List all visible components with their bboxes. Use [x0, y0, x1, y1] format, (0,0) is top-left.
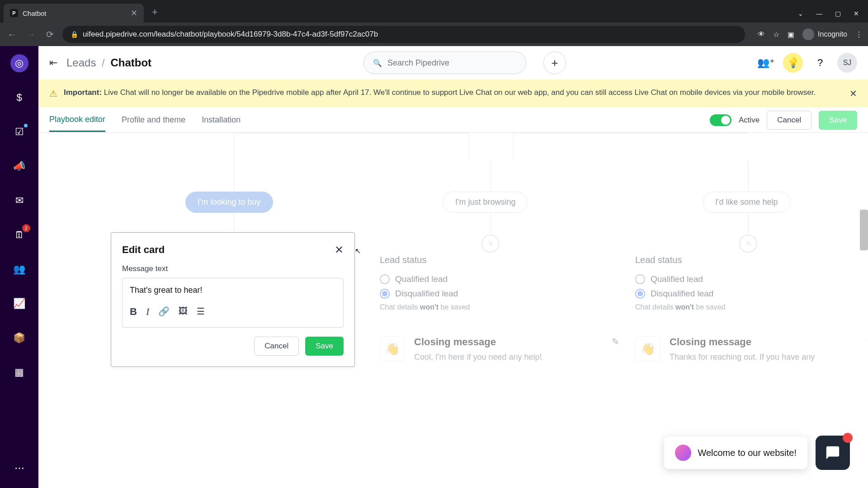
- browser-tab[interactable]: P Chatbot ✕: [4, 4, 144, 23]
- incognito-label: Incognito: [818, 30, 847, 38]
- reload-button[interactable]: ⟳: [43, 29, 56, 40]
- closing-title: Closing message: [670, 336, 858, 348]
- close-window-icon[interactable]: ✕: [854, 10, 859, 17]
- radio-icon: [635, 274, 645, 284]
- tab-installation[interactable]: Installation: [202, 109, 241, 131]
- sidebar-deals-icon[interactable]: $: [10, 89, 28, 107]
- banner-close-icon[interactable]: ✕: [849, 87, 857, 100]
- topbar-right: 👥⁺ 💡 ? SJ: [756, 53, 857, 73]
- closing-message-card[interactable]: 👋 Closing message Cool, I'm here if you …: [380, 336, 619, 362]
- incognito-eye-icon[interactable]: 👁: [758, 30, 765, 38]
- bookmark-star-icon[interactable]: ☆: [773, 30, 779, 39]
- sidebar-activities-icon[interactable]: 🗓2: [10, 226, 28, 244]
- active-toggle[interactable]: [710, 114, 731, 126]
- notification-dot: [24, 124, 28, 127]
- edit-card-title: Edit card: [122, 244, 165, 256]
- italic-icon[interactable]: I: [146, 306, 149, 318]
- message-text-value: That's great to hear!: [130, 286, 336, 295]
- chat-launcher-button[interactable]: [816, 436, 850, 470]
- insights-bulb-icon[interactable]: 💡: [783, 53, 803, 73]
- lead-status-card: Lead status Qualified lead Disqualified …: [635, 255, 868, 311]
- edit-cancel-button[interactable]: Cancel: [254, 337, 299, 356]
- banner-body: Live Chat will no longer be available on…: [102, 88, 816, 97]
- sidebar-products-icon[interactable]: 📦: [10, 329, 28, 347]
- sidebar-mail-icon[interactable]: ✉: [10, 192, 28, 210]
- chat-avatar: [675, 445, 691, 461]
- edit-save-button[interactable]: Save: [305, 337, 344, 356]
- close-icon[interactable]: ✕: [335, 244, 344, 256]
- disqualified-radio-row[interactable]: Disqualified lead: [635, 289, 868, 299]
- sidebar-more-icon[interactable]: ⋯: [10, 459, 28, 477]
- image-icon[interactable]: 🖼: [179, 306, 188, 318]
- closing-text: Cool, I'm here if you need any help!: [414, 352, 603, 362]
- invite-users-icon[interactable]: 👥⁺: [756, 53, 776, 73]
- minimize-icon[interactable]: —: [816, 10, 822, 17]
- chat-welcome-bubble[interactable]: Welcome to our website!: [664, 436, 807, 469]
- bold-icon[interactable]: B: [130, 306, 137, 318]
- sidebar-marketplace-icon[interactable]: ▦: [10, 363, 28, 381]
- link-icon[interactable]: 🔗: [158, 306, 170, 318]
- qualified-radio-row[interactable]: Qualified lead: [380, 274, 619, 284]
- playbook-canvas[interactable]: I'm looking to buy I'm just browsing I'd…: [38, 133, 868, 488]
- radio-icon: [380, 289, 390, 299]
- cancel-playbook-button[interactable]: Cancel: [767, 111, 811, 130]
- lock-icon: 🔒: [71, 31, 78, 38]
- sidebar-projects-icon[interactable]: ☑: [10, 123, 28, 141]
- wave-icon: 👋: [635, 336, 660, 361]
- option-pill-help[interactable]: I'd like some help: [703, 192, 790, 213]
- option-pill-buy[interactable]: I'm looking to buy: [185, 192, 273, 213]
- search-input[interactable]: [387, 58, 517, 68]
- new-tab-button[interactable]: +: [152, 6, 158, 18]
- radio-icon: [635, 289, 645, 299]
- tab-bar-right: Active Cancel Save: [710, 111, 857, 130]
- maximize-icon[interactable]: ▢: [835, 10, 841, 17]
- message-text-editor[interactable]: That's great to hear! B I 🔗 🖼 ☰: [122, 278, 344, 328]
- left-sidebar: ◎ $ ☑ 📣 ✉ 🗓2 👥 📈 📦 ▦ ⋯: [0, 46, 38, 488]
- back-button[interactable]: ←: [5, 29, 18, 40]
- browser-tabstrip: P Chatbot ✕ + ⌄ — ▢ ✕: [0, 0, 868, 23]
- address-bar[interactable]: 🔒 uifeed.pipedrive.com/leads/chatbot/pla…: [62, 26, 745, 43]
- delete-node-icon[interactable]: ✕: [739, 235, 757, 253]
- disqualified-radio-row[interactable]: Disqualified lead: [380, 289, 619, 299]
- option-pill-browse[interactable]: I'm just browsing: [443, 192, 528, 213]
- message-text-label: Message text: [122, 264, 344, 273]
- help-icon[interactable]: ?: [810, 53, 830, 73]
- delete-node-icon[interactable]: ✕: [481, 235, 500, 253]
- incognito-icon: [802, 28, 814, 40]
- closing-message-card[interactable]: 👋 Closing message Thanks for reaching ou…: [635, 336, 868, 362]
- tab-title: Chatbot: [23, 9, 126, 17]
- breadcrumb: Leads / Chatbot: [66, 56, 151, 69]
- user-avatar[interactable]: SJ: [837, 53, 857, 73]
- qualified-label: Qualified lead: [651, 274, 703, 284]
- chat-widget: Welcome to our website!: [664, 436, 850, 470]
- browser-menu-icon[interactable]: ⋮: [855, 30, 863, 39]
- chevron-down-icon[interactable]: ⌄: [798, 10, 803, 17]
- window-controls: ⌄ — ▢ ✕: [798, 10, 868, 23]
- sidebar-insights-icon[interactable]: 📈: [10, 295, 28, 313]
- extensions-icon[interactable]: ▣: [788, 30, 794, 39]
- wave-icon: 👋: [380, 336, 405, 361]
- incognito-badge: Incognito: [802, 28, 847, 40]
- scrollbar-thumb[interactable]: [860, 210, 868, 250]
- main-panel: ⇤ Leads / Chatbot 🔍 + 👥⁺ 💡 ? SJ ⚠ Import…: [38, 46, 868, 488]
- forward-button[interactable]: →: [24, 29, 37, 40]
- lead-status-title: Lead status: [380, 255, 619, 265]
- save-playbook-button[interactable]: Save: [819, 111, 857, 130]
- tab-profile-theme[interactable]: Profile and theme: [122, 109, 185, 131]
- sidebar-leads-icon[interactable]: ◎: [10, 54, 28, 72]
- quick-add-button[interactable]: +: [543, 52, 566, 74]
- sidebar-contacts-icon[interactable]: 👥: [10, 260, 28, 278]
- notification-dot: [843, 433, 853, 443]
- list-icon[interactable]: ☰: [197, 306, 205, 318]
- banner-text: Important: Live Chat will no longer be a…: [64, 87, 816, 99]
- app-root: ◎ $ ☑ 📣 ✉ 🗓2 👥 📈 📦 ▦ ⋯ ⇤ Leads / Chatbot…: [0, 46, 868, 488]
- edit-icon[interactable]: ✎: [612, 336, 619, 347]
- collapse-sidebar-icon[interactable]: ⇤: [49, 57, 57, 69]
- search-box[interactable]: 🔍: [363, 52, 526, 74]
- sidebar-campaigns-icon[interactable]: 📣: [10, 157, 28, 175]
- chat-details-note: Chat details won't be saved: [380, 303, 619, 311]
- tab-playbook-editor[interactable]: Playbook editor: [49, 108, 105, 132]
- tab-close-icon[interactable]: ✕: [131, 8, 137, 18]
- breadcrumb-parent[interactable]: Leads: [66, 56, 96, 69]
- qualified-radio-row[interactable]: Qualified lead: [635, 274, 868, 284]
